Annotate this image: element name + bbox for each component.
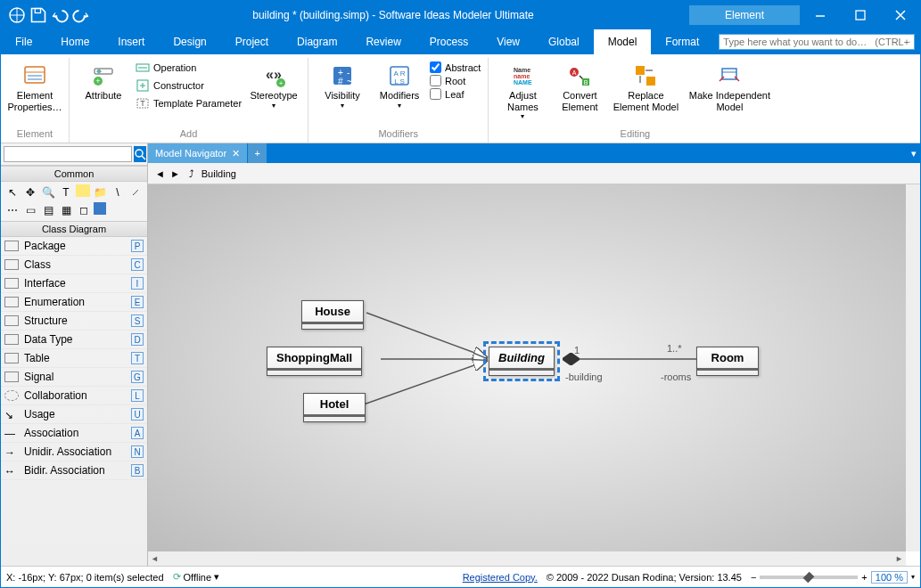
registered-link[interactable]: Registered Copy. bbox=[463, 572, 538, 583]
undo-icon[interactable] bbox=[51, 6, 69, 24]
role-rooms: -rooms bbox=[661, 372, 691, 382]
palette-item[interactable]: →Unidir. AssociationN bbox=[1, 443, 147, 461]
zoom-out-button[interactable]: − bbox=[751, 572, 756, 583]
move-icon[interactable]: ✥ bbox=[22, 184, 38, 200]
palette-item[interactable]: PackageP bbox=[1, 237, 147, 256]
dashed-icon[interactable]: ⋯ bbox=[4, 202, 21, 218]
palette-item[interactable]: ↘UsageU bbox=[1, 405, 147, 424]
note-icon[interactable] bbox=[76, 184, 90, 197]
class-shoppingmall[interactable]: ShoppingMall bbox=[267, 347, 362, 376]
replace-model-button[interactable]: Replace Element Model bbox=[610, 60, 681, 112]
zoom-slider[interactable] bbox=[760, 576, 858, 579]
folder-icon[interactable]: 📁 bbox=[92, 184, 108, 200]
nav-up-icon[interactable]: ⤴ bbox=[189, 168, 194, 179]
layers-icon[interactable]: ▤ bbox=[40, 202, 56, 218]
svg-rect-4 bbox=[25, 67, 45, 83]
stereotype-button[interactable]: «»+ Stereotype▾ bbox=[247, 60, 300, 110]
palette-item[interactable]: ↔Bidir. AssociationB bbox=[1, 461, 147, 480]
rect-icon[interactable]: ▭ bbox=[22, 202, 38, 218]
abstract-check[interactable]: Abstract bbox=[430, 61, 481, 73]
nav-back-icon[interactable]: ◄ bbox=[153, 168, 167, 179]
menu-diagram[interactable]: Diagram bbox=[283, 29, 351, 54]
menu-design[interactable]: Design bbox=[159, 29, 220, 54]
diagram-canvas[interactable]: House ShoppingMall Hotel Building Room 1… bbox=[148, 184, 906, 551]
tab-model-navigator[interactable]: Model Navigator✕ bbox=[148, 143, 248, 163]
menu-process[interactable]: Process bbox=[415, 29, 482, 54]
stereotype-icon: «»+ bbox=[261, 63, 286, 88]
menu-home[interactable]: Home bbox=[46, 29, 103, 54]
menu-project[interactable]: Project bbox=[221, 29, 283, 54]
class-diagram-header: Class Diagram bbox=[1, 221, 147, 237]
menu-review[interactable]: Review bbox=[351, 29, 415, 54]
adjust-names-button[interactable]: NamenameNAMEAdjust Names ▾ bbox=[496, 60, 549, 120]
class-hotel[interactable]: Hotel bbox=[303, 393, 366, 422]
svg-point-36 bbox=[136, 150, 143, 157]
menu-global[interactable]: Global bbox=[534, 29, 594, 54]
menu-format[interactable]: Format bbox=[651, 29, 713, 54]
class-room[interactable]: Room bbox=[696, 347, 759, 376]
breadcrumb: ◄ ► ⤴ Building bbox=[148, 163, 920, 184]
menu-file[interactable]: File bbox=[1, 29, 46, 54]
root-check[interactable]: Root bbox=[430, 75, 481, 86]
text-icon[interactable]: T bbox=[58, 184, 74, 200]
zoom-value[interactable]: 100 % bbox=[871, 571, 908, 584]
menu-model[interactable]: Model bbox=[594, 29, 652, 54]
constructor-button[interactable]: Constructor bbox=[134, 78, 243, 94]
palette-search-input[interactable] bbox=[4, 146, 132, 162]
palette-item[interactable]: CollaborationL bbox=[1, 387, 147, 405]
operation-button[interactable]: Operation bbox=[134, 60, 243, 76]
visibility-button[interactable]: +-#~ Visibility▾ bbox=[316, 60, 369, 110]
svg-line-38 bbox=[366, 313, 487, 357]
leaf-check[interactable]: Leaf bbox=[430, 88, 481, 100]
status-offline[interactable]: ⟳Offline ▾ bbox=[173, 571, 220, 583]
zoom-menu-icon[interactable]: ▾ bbox=[911, 573, 915, 581]
palette-item[interactable]: —AssociationA bbox=[1, 424, 147, 443]
menu-insert[interactable]: Insert bbox=[103, 29, 159, 54]
save-icon[interactable] bbox=[29, 6, 47, 24]
palette-item[interactable]: InterfaceI bbox=[1, 274, 147, 293]
connector-icon[interactable]: ⟋ bbox=[127, 184, 144, 200]
palette-item[interactable]: TableT bbox=[1, 349, 147, 368]
swatch-icon[interactable] bbox=[94, 202, 106, 215]
class-house[interactable]: House bbox=[301, 300, 364, 330]
template-parameter-button[interactable]: TTemplate Parameter bbox=[134, 95, 243, 111]
search-input[interactable] bbox=[719, 34, 915, 50]
frame-icon[interactable]: ◻ bbox=[76, 202, 92, 218]
palette-search-button[interactable] bbox=[134, 146, 146, 162]
class-building[interactable]: Building bbox=[489, 347, 555, 376]
add-tab-button[interactable]: + bbox=[248, 143, 267, 163]
zoom-in-button[interactable]: + bbox=[861, 572, 867, 583]
constructor-icon bbox=[136, 78, 150, 93]
grid-icon[interactable]: ▦ bbox=[58, 202, 74, 218]
pointer-icon[interactable]: ↖ bbox=[4, 184, 21, 200]
group-add-label: Add bbox=[77, 127, 300, 141]
nav-fwd-icon[interactable]: ► bbox=[169, 168, 182, 179]
maximize-button[interactable] bbox=[840, 1, 880, 29]
palette-item[interactable]: SignalG bbox=[1, 368, 147, 387]
element-properties-button[interactable]: Element Properties… bbox=[8, 60, 62, 112]
palette-item[interactable]: EnumerationE bbox=[1, 293, 147, 312]
visibility-icon: +-#~ bbox=[330, 63, 355, 88]
minimize-button[interactable] bbox=[800, 1, 840, 29]
menu-view[interactable]: View bbox=[482, 29, 534, 54]
palette-item[interactable]: ClassC bbox=[1, 256, 147, 274]
palette-item[interactable]: Data TypeD bbox=[1, 331, 147, 349]
line-icon[interactable]: \ bbox=[110, 184, 126, 200]
horizontal-scrollbar[interactable] bbox=[148, 551, 906, 566]
make-independent-button[interactable]: Make Independent Model bbox=[685, 60, 774, 112]
breadcrumb-path[interactable]: Building bbox=[201, 168, 236, 179]
convert-element-button[interactable]: ABConvert Element bbox=[553, 60, 606, 112]
tabstrip-menu-icon[interactable]: ▾ bbox=[911, 148, 917, 159]
redo-icon[interactable] bbox=[72, 6, 90, 24]
zoom-icon[interactable]: 🔍 bbox=[40, 184, 56, 200]
status-coords: X: -16px; Y: 67px; 0 item(s) selected bbox=[6, 572, 164, 583]
attribute-icon: + bbox=[91, 63, 116, 88]
attribute-button[interactable]: + Attribute bbox=[77, 60, 130, 102]
palette-item[interactable]: StructureS bbox=[1, 312, 147, 331]
modifiers-button[interactable]: A RL S Modifiers▾ bbox=[373, 60, 426, 110]
attribute-label: Attribute bbox=[86, 90, 122, 102]
close-tab-icon[interactable]: ✕ bbox=[232, 148, 240, 159]
close-button[interactable] bbox=[880, 1, 920, 29]
svg-text:NAME: NAME bbox=[514, 79, 532, 86]
vertical-scrollbar[interactable] bbox=[906, 184, 920, 551]
